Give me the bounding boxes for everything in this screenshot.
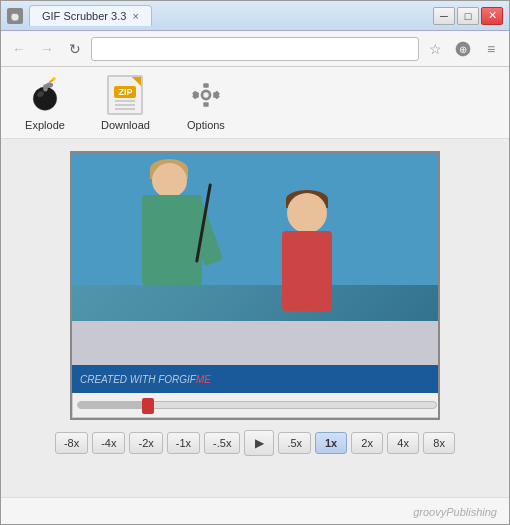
speed-controls: -8x -4x -2x -1x -.5x ▶ .5x 1x 2x 4x 8x [55, 430, 455, 456]
close-button[interactable]: ✕ [481, 7, 503, 25]
image-bottom-bar: CREATED WITH FORGIFME [72, 365, 440, 393]
speed-neg8x-button[interactable]: -8x [55, 432, 88, 454]
gif-preview: CREATED WITH FORGIFME [72, 153, 440, 393]
speed-05x-button[interactable]: .5x [278, 432, 311, 454]
speed-8x-button[interactable]: 8x [423, 432, 455, 454]
zip-label-text: ZIP [114, 86, 136, 98]
speed-neg2x-button[interactable]: -2x [129, 432, 162, 454]
minimize-button[interactable]: ─ [433, 7, 455, 25]
options-button[interactable]: Options [178, 71, 234, 135]
back-button[interactable]: ← [7, 37, 31, 61]
gear-icon [186, 75, 226, 115]
scene-background [72, 153, 440, 285]
svg-point-7 [46, 82, 53, 87]
svg-point-12 [203, 92, 208, 97]
menu-button[interactable]: ≡ [479, 37, 503, 61]
speed-4x-button[interactable]: 4x [387, 432, 419, 454]
options-label: Options [187, 119, 225, 131]
forward-button[interactable]: → [35, 37, 59, 61]
zip-icon: ZIP [105, 75, 145, 115]
browser-tab[interactable]: GIF Scrubber 3.3 × [29, 5, 152, 26]
child-head [287, 193, 327, 233]
scrubber-container [72, 393, 440, 418]
refresh-button[interactable]: ↻ [63, 37, 87, 61]
main-content: CREATED WITH FORGIFME -8x -4x -2x -1x -.… [1, 139, 509, 497]
gif-container: CREATED WITH FORGIFME [70, 151, 440, 420]
bookmark-icon[interactable]: ☆ [423, 37, 447, 61]
svg-rect-13 [203, 83, 208, 88]
child-body [282, 231, 332, 311]
svg-rect-14 [203, 102, 208, 107]
bomb-icon [25, 75, 65, 115]
svg-rect-1 [14, 10, 16, 14]
address-input[interactable] [91, 37, 419, 61]
play-button[interactable]: ▶ [244, 430, 274, 456]
toolbar: Explode ZIP Download [1, 67, 509, 139]
app-icon [7, 8, 23, 24]
download-label: Download [101, 119, 150, 131]
tab-close-button[interactable]: × [132, 10, 138, 22]
title-bar: GIF Scrubber 3.3 × ─ □ ✕ [1, 1, 509, 31]
speed-neg05x-button[interactable]: -.5x [204, 432, 240, 454]
speed-neg1x-button[interactable]: -1x [167, 432, 200, 454]
adult-figure [132, 163, 212, 363]
svg-text:⊕: ⊕ [459, 44, 467, 55]
svg-point-9 [52, 77, 56, 81]
explode-label: Explode [25, 119, 65, 131]
explode-button[interactable]: Explode [17, 71, 73, 135]
extension-icon[interactable]: ⊕ [451, 37, 475, 61]
footer-text: groovyPublishing [413, 506, 497, 518]
footer: groovyPublishing [1, 497, 509, 524]
watermark: CREATED WITH FORGIFME [80, 374, 211, 385]
scrubber-track[interactable] [77, 401, 437, 409]
speed-neg4x-button[interactable]: -4x [92, 432, 125, 454]
address-bar: ← → ↻ ☆ ⊕ ≡ [1, 31, 509, 67]
scrubber-fill [78, 402, 150, 408]
tab-label: GIF Scrubber 3.3 [42, 10, 126, 22]
browser-window: GIF Scrubber 3.3 × ─ □ ✕ ← → ↻ ☆ ⊕ ≡ [0, 0, 510, 525]
maximize-button[interactable]: □ [457, 7, 479, 25]
play-icon: ▶ [255, 436, 264, 450]
child-figure [272, 193, 342, 383]
adult-head [152, 163, 187, 198]
svg-point-2 [17, 11, 20, 14]
speed-2x-button[interactable]: 2x [351, 432, 383, 454]
window-controls: ─ □ ✕ [433, 7, 503, 25]
scrubber-thumb[interactable] [142, 398, 154, 414]
download-button[interactable]: ZIP Download [93, 71, 158, 135]
speed-1x-button[interactable]: 1x [315, 432, 347, 454]
